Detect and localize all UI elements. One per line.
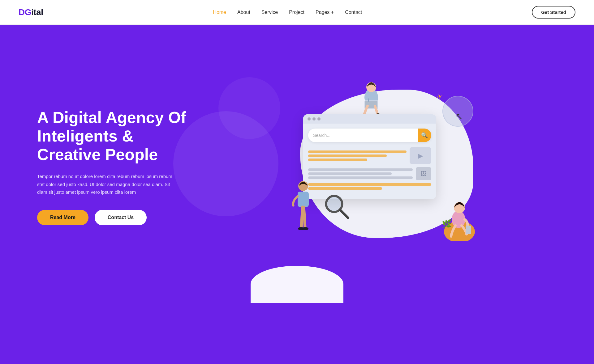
logo[interactable]: DGital [19, 7, 43, 17]
video-thumbnail: ▶ [410, 147, 431, 164]
browser-dot-2 [312, 117, 316, 121]
hero-content: A Digital Agency Of Inteligents & Creati… [37, 108, 198, 225]
content-line [308, 183, 431, 186]
cursor-icon: ↖ [455, 111, 463, 121]
play-icon: ▶ [418, 152, 423, 159]
search-placeholder-text: Search.... [308, 130, 418, 141]
svg-rect-10 [298, 192, 309, 207]
content-row-1: ▶ [308, 147, 431, 164]
browser-body: Search.... 🔍 ▶ [303, 124, 436, 199]
browser-dot-1 [308, 117, 311, 121]
magnifier-icon [325, 195, 350, 219]
search-bar: Search.... 🔍 [308, 129, 431, 142]
content-line [308, 187, 382, 190]
content-line [308, 150, 407, 153]
search-icon: 🔍 [421, 132, 428, 139]
svg-point-14 [452, 211, 465, 228]
browser-dot-3 [317, 117, 321, 121]
bottom-wave-decoration [251, 266, 343, 303]
svg-rect-16 [466, 226, 471, 234]
hero-section: A Digital Agency Of Inteligents & Creati… [0, 25, 594, 303]
content-row-2: 🖼 [308, 167, 431, 180]
content-line [308, 168, 413, 171]
svg-point-12 [302, 227, 308, 230]
content-lines-2 [308, 168, 413, 179]
image-placeholder: 🖼 [416, 167, 431, 180]
content-line [308, 159, 367, 161]
content-line [308, 176, 413, 179]
hero-illustration: ✈ [210, 87, 563, 247]
hero-title: A Digital Agency Of Inteligents & Creati… [37, 108, 198, 164]
read-more-button[interactable]: Read More [37, 210, 88, 225]
nav-pages[interactable]: Pages + [316, 10, 334, 15]
nav-service[interactable]: Service [261, 10, 278, 15]
search-button[interactable]: 🔍 [418, 129, 431, 142]
navbar: DGital Home About Service Project Pages … [0, 0, 594, 25]
nav-home[interactable]: Home [213, 10, 226, 15]
content-row-3 [308, 183, 431, 190]
person-right-illustration [442, 195, 476, 241]
nav-project[interactable]: Project [289, 10, 304, 15]
svg-line-8 [340, 210, 348, 218]
blob-container: ✈ [294, 87, 480, 247]
content-line [308, 154, 387, 157]
hero-description: Tempor rebum no at dolore lorem clita re… [37, 172, 179, 196]
person-left-illustration [291, 179, 316, 232]
browser-window-card: Search.... 🔍 ▶ [303, 114, 436, 199]
content-lines-3 [308, 183, 431, 190]
nav-links: Home About Service Project Pages + Conta… [213, 10, 362, 15]
nav-contact[interactable]: Contact [345, 10, 362, 15]
content-line [308, 172, 392, 175]
browser-bar [303, 114, 436, 124]
content-lines-1 [308, 150, 407, 161]
nav-about[interactable]: About [237, 10, 250, 15]
person-top-illustration [356, 80, 387, 117]
get-started-button[interactable]: Get Started [532, 6, 575, 19]
plant-decoration: 🌿 [442, 219, 452, 229]
contact-us-button[interactable]: Contact Us [95, 210, 147, 225]
hero-buttons: Read More Contact Us [37, 210, 198, 225]
